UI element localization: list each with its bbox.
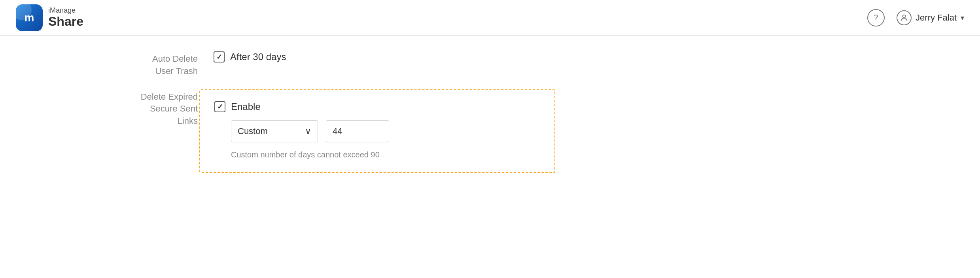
dropdown-value: Custom	[238, 126, 268, 136]
svg-point-0	[902, 15, 905, 17]
auto-delete-control: ✓ After 30 days	[214, 51, 980, 62]
brand-share: Share	[48, 15, 83, 28]
enable-checkbox[interactable]: ✓	[214, 101, 225, 112]
app-header: m iManage Share ? Jerry Falat ▾	[0, 0, 980, 36]
auto-delete-checkbox-row: ✓ After 30 days	[214, 51, 980, 62]
auto-delete-label: Auto Delete User Trash	[111, 51, 214, 78]
logo-area: m iManage Share	[16, 4, 83, 31]
delete-expired-row: Delete Expired Secure Sent Links ✓ Enabl…	[111, 89, 980, 173]
header-right: ? Jerry Falat ▾	[867, 9, 964, 26]
logo-text: iManage Share	[48, 7, 83, 28]
brand-imanage: iManage	[48, 7, 83, 15]
checkmark-icon: ✓	[216, 53, 222, 61]
main-content: Auto Delete User Trash ✓ After 30 days D…	[0, 36, 980, 200]
enable-checkbox-row: ✓ Enable	[214, 101, 540, 112]
days-dropdown[interactable]: Custom ∨	[231, 120, 318, 142]
checkmark-icon: ✓	[217, 102, 223, 111]
chevron-down-icon: ▾	[961, 13, 964, 22]
help-icon: ?	[874, 13, 878, 22]
delete-expired-control: ✓ Enable Custom ∨ 44 Custom number of da…	[214, 89, 980, 173]
number-value: 44	[333, 126, 342, 136]
auto-delete-checkbox-label: After 30 days	[230, 51, 286, 62]
dashed-border-container: ✓ Enable Custom ∨ 44 Custom number of da…	[199, 89, 555, 173]
logo-letter: m	[25, 11, 34, 24]
enable-checkbox-label: Enable	[231, 101, 261, 112]
auto-delete-checkbox[interactable]: ✓	[214, 51, 225, 62]
delete-expired-label: Delete Expired Secure Sent Links	[111, 89, 214, 127]
user-area[interactable]: Jerry Falat ▾	[897, 10, 964, 25]
person-icon	[900, 13, 908, 22]
help-button[interactable]: ?	[867, 9, 885, 26]
dropdown-arrow-icon: ∨	[305, 126, 311, 136]
validation-message: Custom number of days cannot exceed 90	[214, 150, 540, 159]
logo-icon: m	[16, 4, 43, 31]
user-icon	[897, 10, 912, 25]
days-number-input[interactable]: 44	[326, 120, 389, 142]
auto-delete-row: Auto Delete User Trash ✓ After 30 days	[111, 51, 980, 78]
custom-input-row: Custom ∨ 44	[214, 120, 540, 142]
user-name: Jerry Falat	[916, 13, 957, 23]
